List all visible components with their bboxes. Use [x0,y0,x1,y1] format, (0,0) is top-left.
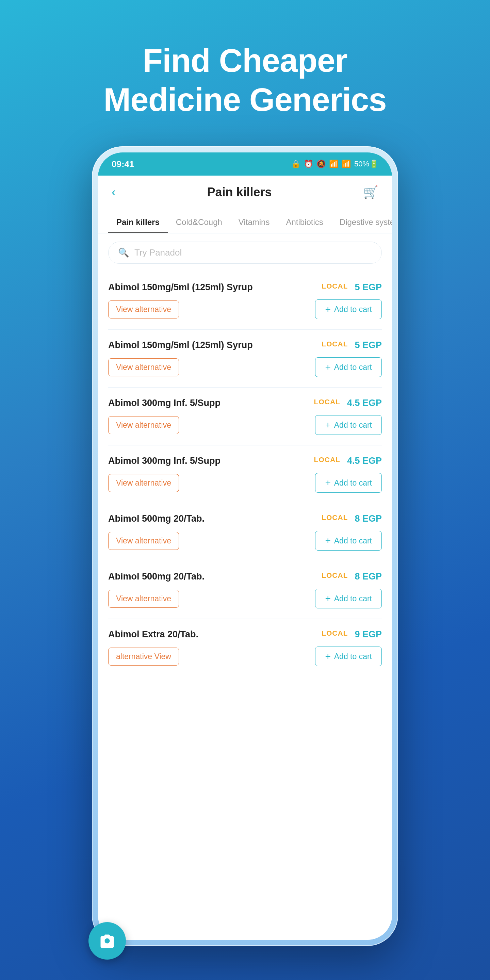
product-badge: LOCAL [321,514,348,522]
product-top: Abimol 150mg/5ml (125ml) Syrup LOCAL 5 E… [108,282,382,293]
camera-icon [98,932,116,950]
product-badge: LOCAL [314,398,340,406]
plus-icon: + [325,420,331,430]
product-badge: LOCAL [321,571,348,579]
add-to-cart-button[interactable]: + Add to cart [315,589,382,608]
product-actions: alternative View + Add to cart [108,646,382,666]
product-actions: View alternative + Add to cart [108,473,382,493]
wifi-icon: 📶 [329,159,338,169]
product-name: Abimol 300mg Inf. 5/Supp [108,398,307,408]
category-tabs: Pain killers Cold&Cough Vitamins Antibio… [98,209,392,234]
product-name: Abimol 500mg 20/Tab. [108,514,315,524]
product-actions: View alternative + Add to cart [108,299,382,319]
product-top: Abimol 300mg Inf. 5/Supp LOCAL 4.5 EGP [108,398,382,408]
add-to-cart-label: Add to cart [334,536,372,546]
mute-icon: 🔕 [317,159,326,169]
view-alternative-button[interactable]: View alternative [108,358,179,376]
product-badge: LOCAL [321,340,348,348]
view-alternative-button[interactable]: View alternative [108,301,179,318]
add-to-cart-button[interactable]: + Add to cart [315,415,382,435]
add-to-cart-label: Add to cart [334,479,372,488]
add-to-cart-label: Add to cart [334,305,372,314]
product-actions: View alternative + Add to cart [108,415,382,435]
add-to-cart-button[interactable]: + Add to cart [315,473,382,493]
add-to-cart-label: Add to cart [334,594,372,603]
search-container: 🔍 Try Panadol [98,234,392,272]
signal-icon: 📶 [342,159,351,169]
tab-cold-cough[interactable]: Cold&Cough [168,209,231,234]
product-item: Abimol 300mg Inf. 5/Supp LOCAL 4.5 EGP V… [108,388,382,445]
search-icon: 🔍 [118,247,129,258]
page-title: Pain killers [207,185,272,199]
status-time: 09:41 [111,159,134,169]
phone-mockup: 09:41 🔒 ⏰ 🔕 📶 📶 50%🔋 ‹ Pain killers 🛒 Pa… [92,146,398,946]
add-to-cart-button[interactable]: + Add to cart [315,357,382,377]
product-price: 5 EGP [355,340,382,350]
view-alternative-button[interactable]: View alternative [108,590,179,608]
product-price: 4.5 EGP [347,398,382,408]
product-name: Abimol 300mg Inf. 5/Supp [108,456,307,466]
app-header: ‹ Pain killers 🛒 [98,176,392,209]
product-top: Abimol Extra 20/Tab. LOCAL 9 EGP [108,629,382,640]
product-name: Abimol 500mg 20/Tab. [108,571,315,582]
plus-icon: + [325,535,331,546]
product-top: Abimol 500mg 20/Tab. LOCAL 8 EGP [108,514,382,524]
view-alternative-button[interactable]: View alternative [108,474,179,492]
product-price: 8 EGP [355,571,382,582]
product-badge: LOCAL [321,629,348,637]
view-alternative-button[interactable]: View alternative [108,416,179,434]
view-alternative-button[interactable]: alternative View [108,648,179,666]
tab-antibiotics[interactable]: Antibiotics [278,209,331,234]
plus-icon: + [325,651,331,662]
status-icons: 🔒 ⏰ 🔕 📶 📶 50%🔋 [291,159,379,169]
product-item: Abimol Extra 20/Tab. LOCAL 9 EGP alterna… [108,619,382,676]
product-actions: View alternative + Add to cart [108,357,382,377]
view-alternative-button[interactable]: View alternative [108,532,179,550]
plus-icon: + [325,362,331,372]
product-item: Abimol 150mg/5ml (125ml) Syrup LOCAL 5 E… [108,330,382,388]
product-item: Abimol 500mg 20/Tab. LOCAL 8 EGP View al… [108,561,382,619]
product-name: Abimol 150mg/5ml (125ml) Syrup [108,340,315,350]
add-to-cart-label: Add to cart [334,421,372,430]
back-button[interactable]: ‹ [111,185,116,199]
product-name: Abimol Extra 20/Tab. [108,629,315,640]
plus-icon: + [325,593,331,604]
product-actions: View alternative + Add to cart [108,589,382,608]
alarm-icon: ⏰ [304,159,313,169]
product-top: Abimol 150mg/5ml (125ml) Syrup LOCAL 5 E… [108,340,382,350]
product-price: 4.5 EGP [347,456,382,466]
status-bar: 09:41 🔒 ⏰ 🔕 📶 📶 50%🔋 [98,153,392,176]
add-to-cart-button[interactable]: + Add to cart [315,299,382,319]
product-item: Abimol 300mg Inf. 5/Supp LOCAL 4.5 EGP V… [108,445,382,503]
search-input[interactable]: Try Panadol [134,247,182,258]
plus-icon: + [325,477,331,488]
add-to-cart-button[interactable]: + Add to cart [315,646,382,666]
add-to-cart-button[interactable]: + Add to cart [315,531,382,550]
plus-icon: + [325,304,331,315]
cart-icon[interactable]: 🛒 [363,185,379,199]
lock-icon: 🔒 [291,159,301,169]
product-price: 8 EGP [355,514,382,524]
battery-text: 50%🔋 [354,159,379,169]
add-to-cart-label: Add to cart [334,652,372,661]
product-actions: View alternative + Add to cart [108,531,382,550]
product-badge: LOCAL [321,282,348,290]
search-bar[interactable]: 🔍 Try Panadol [108,242,382,264]
product-top: Abimol 500mg 20/Tab. LOCAL 8 EGP [108,571,382,582]
product-item: Abimol 500mg 20/Tab. LOCAL 8 EGP View al… [108,503,382,561]
product-name: Abimol 150mg/5ml (125ml) Syrup [108,282,315,293]
product-badge: LOCAL [314,456,340,464]
product-price: 5 EGP [355,282,382,293]
product-list: Abimol 150mg/5ml (125ml) Syrup LOCAL 5 E… [98,272,392,940]
hero-title: Find Cheaper Medicine Generics [103,41,386,119]
add-to-cart-label: Add to cart [334,363,372,372]
product-top: Abimol 300mg Inf. 5/Supp LOCAL 4.5 EGP [108,456,382,466]
tab-vitamins[interactable]: Vitamins [231,209,278,234]
tab-pain-killers[interactable]: Pain killers [108,209,168,234]
camera-fab[interactable] [89,922,126,959]
product-price: 9 EGP [355,629,382,640]
product-item: Abimol 150mg/5ml (125ml) Syrup LOCAL 5 E… [108,272,382,330]
tab-digestive[interactable]: Digestive system [331,209,392,234]
